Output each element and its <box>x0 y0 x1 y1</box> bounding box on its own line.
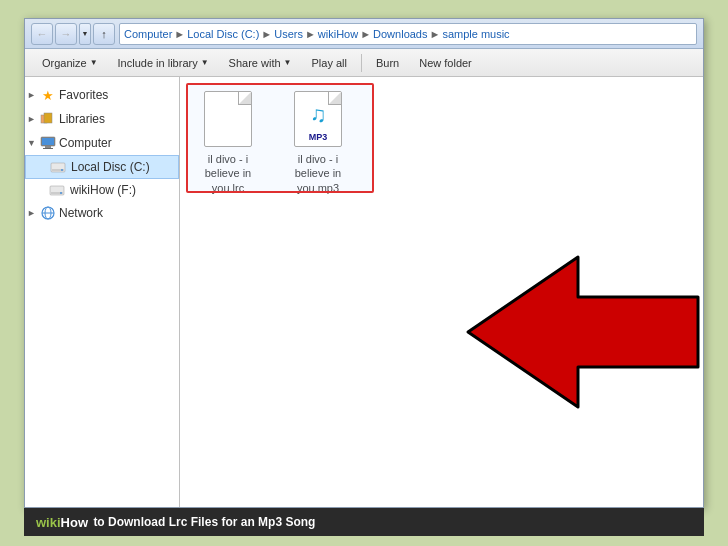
organize-button[interactable]: Organize ▼ <box>33 52 107 74</box>
sidebar-item-local-disc[interactable]: Local Disc (C:) <box>25 155 179 179</box>
libraries-expand-icon: ► <box>27 114 37 124</box>
music-note-icon: ♫ <box>310 102 327 128</box>
lrc-file-name: il divo - i believe in you.lrc <box>192 152 264 195</box>
outer-wrapper: ← → ▼ ↑ Computer ► Local Disc (C:) ► Use… <box>24 18 704 528</box>
wikihow-tagline: to Download Lrc Files for an Mp3 Song <box>90 515 315 529</box>
mp3-badge: MP3 <box>295 132 341 142</box>
network-icon <box>40 205 56 221</box>
network-expand-icon: ► <box>27 208 37 218</box>
breadcrumb-downloads[interactable]: Downloads <box>373 28 427 40</box>
address-bar: ← → ▼ ↑ Computer ► Local Disc (C:) ► Use… <box>25 19 703 49</box>
main-area: ► ★ Favorites ► Libraries <box>25 77 703 507</box>
mp3-file-name: il divo - i believe in you.mp3 <box>282 152 354 195</box>
toolbar-separator <box>361 54 362 72</box>
svg-rect-3 <box>42 138 54 145</box>
wikihow-logo: wikiHow <box>36 515 88 530</box>
toolbar: Organize ▼ Include in library ▼ Share wi… <box>25 49 703 77</box>
share-dropdown-icon: ▼ <box>284 58 292 67</box>
list-item[interactable]: il divo - i believe in you.lrc <box>188 85 268 199</box>
computer-expand-icon: ▼ <box>27 138 37 148</box>
mp3-file-icon: ♫ MP3 <box>294 91 342 147</box>
up-button[interactable]: ↑ <box>93 23 115 45</box>
sidebar-item-network[interactable]: ► Network <box>25 201 179 225</box>
lrc-file-icon-wrapper <box>198 89 258 149</box>
breadcrumb-users[interactable]: Users <box>274 28 303 40</box>
list-item[interactable]: ♫ MP3 il divo - i believe in you.mp3 <box>278 85 358 199</box>
explorer-window: ← → ▼ ↑ Computer ► Local Disc (C:) ► Use… <box>24 18 704 508</box>
local-disc-icon <box>50 159 66 175</box>
breadcrumb-sample-music[interactable]: sample music <box>442 28 509 40</box>
svg-rect-4 <box>45 146 51 148</box>
include-in-library-button[interactable]: Include in library ▼ <box>109 52 218 74</box>
breadcrumb: Computer ► Local Disc (C:) ► Users ► wik… <box>119 23 697 45</box>
breadcrumb-wikihow[interactable]: wikiHow <box>318 28 358 40</box>
back-button[interactable]: ← <box>31 23 53 45</box>
play-all-button[interactable]: Play all <box>302 52 355 74</box>
red-arrow <box>378 252 703 492</box>
breadcrumb-computer[interactable]: Computer <box>124 28 172 40</box>
sidebar-item-wikihow[interactable]: wikiHow (F:) <box>25 179 179 201</box>
svg-point-8 <box>61 169 63 171</box>
share-with-button[interactable]: Share with ▼ <box>220 52 301 74</box>
favorites-star-icon: ★ <box>40 87 56 103</box>
new-folder-button[interactable]: New folder <box>410 52 481 74</box>
wikihow-bar: wikiHow to Download Lrc Files for an Mp3… <box>24 508 704 536</box>
sidebar-item-computer[interactable]: ▼ Computer <box>25 131 179 155</box>
wikihow-drive-icon <box>49 182 65 198</box>
breadcrumb-local-disc[interactable]: Local Disc (C:) <box>187 28 259 40</box>
sidebar-item-libraries[interactable]: ► Libraries <box>25 107 179 131</box>
lrc-file-icon <box>204 91 252 147</box>
include-dropdown-icon: ▼ <box>201 58 209 67</box>
nav-dropdown[interactable]: ▼ <box>79 23 91 45</box>
sidebar-item-favorites[interactable]: ► ★ Favorites <box>25 83 179 107</box>
svg-rect-1 <box>44 113 52 123</box>
svg-marker-15 <box>468 257 698 407</box>
sidebar: ► ★ Favorites ► Libraries <box>25 77 180 507</box>
favorites-expand-icon: ► <box>27 90 37 100</box>
burn-button[interactable]: Burn <box>367 52 408 74</box>
svg-point-11 <box>60 192 62 194</box>
libraries-icon <box>40 111 56 127</box>
computer-icon <box>40 135 56 151</box>
mp3-file-icon-wrapper: ♫ MP3 <box>288 89 348 149</box>
nav-buttons: ← → ▼ ↑ <box>31 23 115 45</box>
svg-rect-5 <box>43 148 53 149</box>
forward-button[interactable]: → <box>55 23 77 45</box>
content-area: il divo - i believe in you.lrc ♫ MP3 il … <box>180 77 703 507</box>
organize-dropdown-icon: ▼ <box>90 58 98 67</box>
